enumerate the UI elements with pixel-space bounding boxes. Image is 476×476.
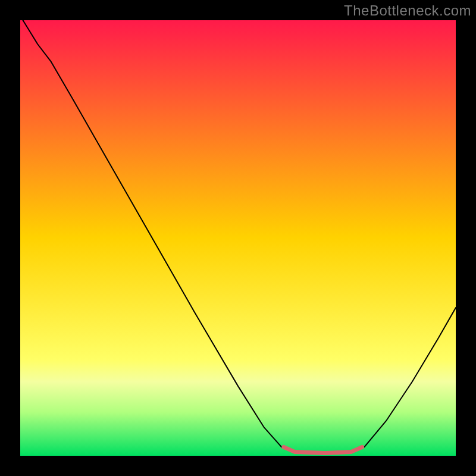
- chart-svg: [20, 20, 456, 456]
- watermark-text: TheBottleneck.com: [344, 2, 471, 19]
- chart-root: TheBottleneck.com: [0, 0, 476, 476]
- gradient-background: [20, 20, 456, 456]
- plot-area: [20, 20, 456, 456]
